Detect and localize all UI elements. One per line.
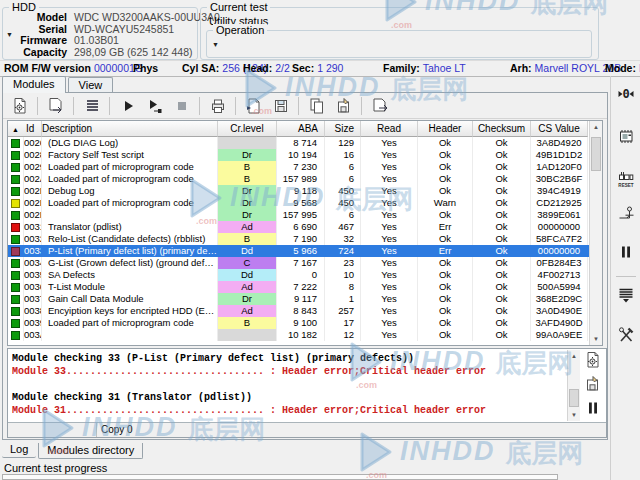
log-line: Module 33...............................… [12,365,562,378]
log-settings-icon[interactable] [582,351,604,369]
script-list-icon[interactable] [613,283,639,307]
module-row-0031[interactable]: 0031Translator (pdlist)Ad6 690467YesErrO… [8,221,602,233]
operation-combobox[interactable]: ▼ [212,41,230,53]
power-probe-icon[interactable] [613,202,639,226]
cell-size: 6 [325,209,361,221]
cell-checksum: Ok [473,305,531,317]
copy-modules-icon[interactable] [303,95,330,117]
sort-ascending-icon: ▲ [12,126,19,133]
start-icon[interactable] [114,95,141,117]
module-row-0026[interactable]: 0026 (DLG DIAG Log)8 714129YesOkOk3A8D49… [8,137,602,149]
stop-icon[interactable] [168,95,195,117]
export-report-icon[interactable] [366,95,393,117]
log-scrollbar-thumb[interactable] [569,389,579,407]
flash-chip-icon[interactable] [613,124,639,148]
bottom-tab-modules-directory[interactable]: Modules directory [38,443,143,459]
module-row-0028[interactable]: 0028Factory Self Test scriptDr10 19416Ye… [8,149,602,161]
module-row-002D[interactable]: 002DDebug LogDr9 118450YesOkOk394C4919 [8,185,602,197]
log-line: Module 31...............................… [12,404,562,417]
scroll-down-icon[interactable]: ▼ [590,333,602,345]
column-header-header[interactable]: Header [418,121,473,137]
module-row-0029[interactable]: 0029Loaded part of microprogram codeB7 2… [8,161,602,173]
cell-read: Yes [361,173,418,185]
column-header-id[interactable]: ▲Id [8,121,42,137]
tools-icon[interactable] [613,323,639,347]
start-connected-icon[interactable] [141,95,168,117]
cell-icon [8,197,24,209]
column-header-cs-value[interactable]: CS Value [531,121,588,137]
scrollbar-thumb[interactable] [591,137,601,171]
modules-table-body: 0026 (DLG DIAG Log)8 714129YesOkOk3A8D49… [8,137,602,341]
module-row-0039[interactable]: 0039Loaded part of microprogram codeB9 1… [8,317,602,329]
log-pause-icon[interactable] [582,399,604,417]
module-status-icon [11,307,20,316]
module-settings-icon[interactable] [6,95,33,117]
cell-size: 724 [325,245,361,257]
bottom-tab-log[interactable]: Log [2,443,36,458]
modules-table: ▲IdDescriptionCr.levelABASizeReadHeaderC… [7,120,603,346]
module-row-002A[interactable]: 002ALoaded part of microprogram codeB157… [8,173,602,185]
module-row-002E[interactable]: 002ELoaded part of microprogram codeDr9 … [8,197,602,209]
reset-icon[interactable]: RESET [613,168,639,192]
cell-id: 0036 [24,281,42,293]
cell-cr: Ad [218,221,277,233]
rom-info-item: Head:2/2 [243,62,290,74]
cell-cr [218,137,277,149]
module-row-002F[interactable]: 002FDr157 9956YesOkOk3899E061 [8,209,602,221]
log-scroll-down-icon[interactable]: ▼ [568,409,580,421]
tab-view[interactable]: View [68,77,114,93]
log-save-icon[interactable] [582,375,604,393]
cell-cs: 368E2D9C [531,293,588,305]
log-scroll-up-icon[interactable]: ▲ [568,350,580,362]
tab-modules[interactable]: Modules [2,76,66,93]
cell-size: 129 [325,137,361,149]
module-row-0035[interactable]: 0035SA DefectsDd010YesOkOk4F002713 [8,269,602,281]
svg-text:0: 0 [622,87,629,101]
module-row-0034[interactable]: 0034G-List (Grown defect list) (ground d… [8,257,602,269]
module-row-0036[interactable]: 0036T-List ModuleAd7 2228YesOkOk500A5994 [8,281,602,293]
open-modules-icon[interactable] [240,95,267,117]
cell-desc: (DLG DIAG Log) [42,137,218,149]
module-status-icon [11,139,20,148]
cell-read: Yes [361,245,418,257]
cell-id: 0029 [24,161,42,173]
module-row-003A[interactable]: 003A10 18212YesOkOk99A0A9EE [8,329,602,341]
cell-header: Ok [418,149,473,161]
column-header-cr-level[interactable]: Cr.level [218,121,277,137]
print-icon[interactable] [204,95,231,117]
column-header-read[interactable]: Read [361,121,418,137]
cell-aba: 10 182 [277,329,325,341]
column-header-checksum[interactable]: Checksum [473,121,531,137]
cell-size: 450 [325,197,361,209]
module-status-icon [11,151,20,160]
log-scrollbar[interactable]: ▲ ▼ [567,350,580,421]
cell-read: Yes [361,221,418,233]
module-row-0032[interactable]: 0032Relo-List (Candidate defects) (rbbli… [8,233,602,245]
cell-desc: Loaded part of microprogram code [42,173,218,185]
cell-checksum: Ok [473,281,531,293]
modules-list-icon[interactable] [78,95,105,117]
hdd-field-value: 01.03B01 [67,35,220,47]
column-header-description[interactable]: Description [42,121,218,137]
scroll-up-icon[interactable]: ▲ [590,121,602,133]
toolbar-separator [73,97,74,115]
cell-cr: B [218,173,277,185]
cell-id: 002F [24,209,42,221]
hdd-select-dropdown-icon[interactable]: ▼ [6,31,13,38]
terminal-port-icon[interactable]: 0 [613,82,639,106]
pause-icon[interactable] [613,240,639,264]
cell-icon [8,185,24,197]
column-header-size[interactable]: Size [325,121,361,137]
column-header-aba[interactable]: ABA [277,121,325,137]
cell-checksum: Ok [473,317,531,329]
module-row-0033[interactable]: 0033P-List (Primary defect list) (primar… [8,245,602,257]
module-export-icon[interactable] [42,95,69,117]
module-row-0038[interactable]: 0038Encyiption keys for encripted HDD (E… [8,305,602,317]
module-status-icon [11,259,20,268]
cell-desc: T-List Module [42,281,218,293]
cell-aba: 7 167 [277,257,325,269]
save-as-icon[interactable] [330,95,357,117]
save-modules-icon[interactable] [267,95,294,117]
module-row-0037[interactable]: 0037Gain Call Data ModuleDr9 1171YesOkOk… [8,293,602,305]
table-scrollbar[interactable]: ▲ ▼ [589,121,602,345]
